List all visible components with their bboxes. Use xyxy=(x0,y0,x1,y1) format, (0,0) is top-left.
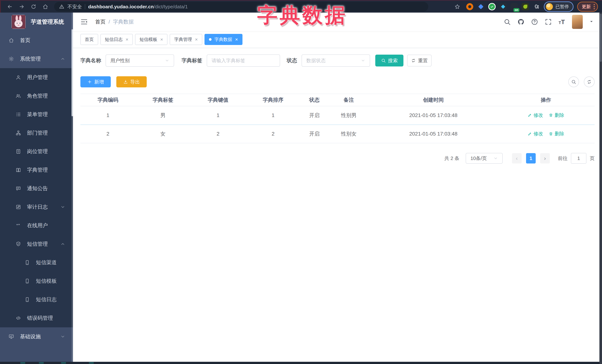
help-icon[interactable] xyxy=(531,18,538,26)
extension-leaf-icon[interactable] xyxy=(522,3,529,10)
close-icon[interactable]: × xyxy=(235,37,238,42)
profile-paused-chip[interactable]: 已暂停 xyxy=(544,1,573,12)
edit-link[interactable]: 修改 xyxy=(527,131,543,137)
browser-forward-icon[interactable] xyxy=(17,2,27,12)
users-icon xyxy=(16,93,21,99)
search-form: 字典名称 用户性别 字典标签 状态 数据状态 搜索 xyxy=(80,54,595,67)
dict-name-label: 字典名称 xyxy=(80,57,101,64)
download-icon xyxy=(123,79,128,84)
sidebar: 芋道管理系统 首页 系统管理 用户管理 角色管理 菜单管理 xyxy=(0,13,73,362)
browser-update-button[interactable]: 更新 xyxy=(577,2,598,12)
window-scrollbar[interactable] xyxy=(599,13,602,364)
col-dict-code: 字典编码 xyxy=(80,94,135,106)
sidebar-item-infrastructure[interactable]: 基础设施 xyxy=(0,327,73,346)
address-bar[interactable]: 不安全 dashboard.yudao.iocoder.cn/dict/type… xyxy=(54,2,428,11)
extension-ublock-icon[interactable] xyxy=(466,3,473,10)
status-select[interactable]: 数据状态 xyxy=(301,54,370,67)
dict-name-select[interactable]: 用户性别 xyxy=(106,54,174,67)
export-button[interactable]: 导出 xyxy=(116,76,147,87)
chevron-down-icon xyxy=(494,156,498,161)
page-size-select[interactable]: 10条/页 xyxy=(466,153,503,164)
github-icon[interactable] xyxy=(517,18,525,26)
org-tree-icon xyxy=(16,130,21,136)
col-status: 状态 xyxy=(301,94,328,106)
edit-link[interactable]: 修改 xyxy=(527,112,543,118)
sidebar-item-sms-channel[interactable]: 短信渠道 xyxy=(0,253,73,272)
goto-page-input[interactable] xyxy=(571,153,586,164)
close-icon[interactable]: × xyxy=(126,37,128,42)
sidebar-item-system-mgmt[interactable]: 系统管理 xyxy=(0,50,73,68)
app-title: 芋道管理系统 xyxy=(31,18,64,26)
browser-reload-icon[interactable] xyxy=(29,2,39,12)
next-page-button[interactable]: › xyxy=(540,153,550,164)
sidebar-item-role-mgmt[interactable]: 角色管理 xyxy=(0,87,73,105)
breadcrumb-home[interactable]: 首页 xyxy=(95,18,106,25)
chevron-up-icon xyxy=(60,242,65,246)
table-row[interactable]: 1 男 1 1 开启 性别男 2021-01-05 17:03:48 修改删除 xyxy=(80,106,595,125)
header-search-icon[interactable] xyxy=(504,18,511,26)
sidebar-scrollbar-thumb[interactable] xyxy=(72,29,73,116)
fullscreen-icon[interactable] xyxy=(545,18,552,26)
tab-sms-template[interactable]: 短信模板× xyxy=(135,34,167,45)
scrollbar-thumb[interactable] xyxy=(600,14,602,62)
close-icon[interactable]: × xyxy=(160,37,163,42)
total-count: 共 2 条 xyxy=(444,155,459,162)
browser-back-icon[interactable] xyxy=(5,2,15,12)
refresh-icon xyxy=(411,58,416,63)
bookmark-star-icon[interactable] xyxy=(452,2,462,12)
extension-check-icon[interactable] xyxy=(488,3,496,10)
current-page-button[interactable]: 1 xyxy=(526,153,536,164)
extension-sliders-icon[interactable] xyxy=(499,3,507,10)
search-button[interactable]: 搜索 xyxy=(375,55,403,66)
extension-switch-icon[interactable]: on xyxy=(510,3,518,10)
tab-dict-data[interactable]: 字典数据× xyxy=(204,34,242,45)
sidebar-item-sms-template[interactable]: 短信模板 xyxy=(0,272,73,290)
sidebar-item-notice[interactable]: 通知公告 xyxy=(0,179,73,198)
sidebar-logo[interactable]: 芋道管理系统 xyxy=(0,13,73,31)
user-avatar[interactable] xyxy=(572,15,583,29)
not-secure-warning-icon xyxy=(59,4,64,10)
sidebar-item-menu-mgmt[interactable]: 菜单管理 xyxy=(0,105,73,124)
sidebar-item-errcode-mgmt[interactable]: 错误码管理 xyxy=(0,309,73,327)
close-icon[interactable]: × xyxy=(195,37,198,42)
sidebar-item-home[interactable]: 首页 xyxy=(0,31,73,50)
tab-dict-mgmt[interactable]: 字典管理× xyxy=(170,34,202,45)
browser-menu-kebab-icon[interactable] xyxy=(594,4,595,9)
collapse-sidebar-icon[interactable] xyxy=(80,18,88,26)
status-label: 状态 xyxy=(287,57,297,64)
book-icon xyxy=(16,167,21,173)
system-submenu: 用户管理 角色管理 菜单管理 部门管理 岗位管理 字典管理 xyxy=(0,68,73,327)
toggle-search-button[interactable] xyxy=(568,76,579,87)
tab-sms-log[interactable]: 短信日志× xyxy=(100,34,133,45)
browser-home-icon[interactable] xyxy=(40,2,50,12)
add-button[interactable]: 新增 xyxy=(80,76,111,87)
reset-button[interactable]: 重置 xyxy=(407,55,431,66)
sidebar-item-sms-mgmt[interactable]: 短信管理 xyxy=(0,235,73,253)
col-remark: 备注 xyxy=(328,94,370,106)
overlay-page-title: 字典数据 xyxy=(257,1,347,29)
col-actions: 操作 xyxy=(497,94,595,106)
sidebar-item-dept-mgmt[interactable]: 部门管理 xyxy=(0,124,73,142)
gear-icon xyxy=(9,56,14,62)
prev-page-button[interactable]: ‹ xyxy=(512,153,522,164)
refresh-table-button[interactable] xyxy=(584,76,595,87)
status-value: 开启 xyxy=(301,125,328,143)
delete-link[interactable]: 删除 xyxy=(549,131,564,137)
sidebar-item-post-mgmt[interactable]: 岗位管理 xyxy=(0,142,73,161)
tab-home[interactable]: 首页 xyxy=(80,34,98,45)
table-row[interactable]: 2 女 2 2 开启 性别女 2021-01-05 17:03:48 修改删除 xyxy=(80,125,595,143)
sidebar-item-audit-log[interactable]: 审计日志 xyxy=(0,198,73,216)
sidebar-item-user-mgmt[interactable]: 用户管理 xyxy=(0,68,73,87)
sidebar-item-dict-mgmt[interactable]: 字典管理 xyxy=(0,161,73,179)
col-dict-sort: 字典排序 xyxy=(246,94,301,106)
font-size-icon[interactable] xyxy=(558,18,566,26)
extensions-puzzle-icon[interactable] xyxy=(533,3,540,10)
dict-tag-input[interactable] xyxy=(212,58,275,63)
monitor-icon xyxy=(9,334,14,339)
sidebar-item-sms-log[interactable]: 短信日志 xyxy=(0,290,73,309)
chevron-down-icon xyxy=(361,58,365,63)
delete-link[interactable]: 删除 xyxy=(549,112,564,118)
extension-drop-icon[interactable] xyxy=(477,3,484,10)
avatar-caret-down-icon[interactable] xyxy=(589,19,594,25)
sidebar-item-online-users[interactable]: 在线用户 xyxy=(0,216,73,235)
